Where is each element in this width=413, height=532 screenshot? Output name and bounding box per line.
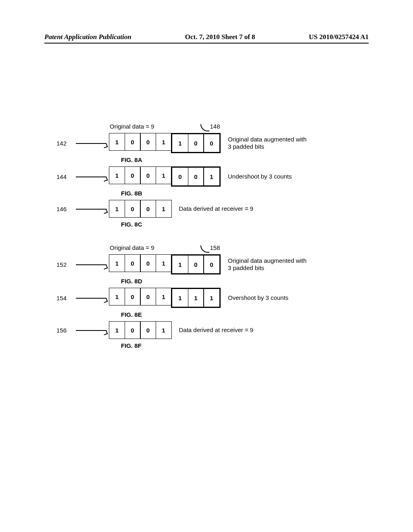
header-left: Patent Application Publication	[44, 33, 131, 41]
bit-cell: 1	[172, 256, 188, 273]
callout-arc-icon	[200, 124, 209, 131]
bit-row-8e: 1 0 0 1 1 1 1	[109, 288, 221, 308]
fig-8b-label: FIG. 8B	[121, 190, 363, 197]
bit-row-8b: 1 0 0 1 0 0 1	[109, 166, 221, 187]
bit-cell: 0	[140, 200, 156, 218]
fig-8b-row: 144 1 0 0 1 0 0 1 Undershoot by 3 counts	[56, 166, 363, 187]
bit-cell: 1	[172, 134, 188, 152]
bit-cell: 1	[156, 254, 172, 272]
header-right: US 2010/0257424 A1	[309, 33, 369, 41]
bit-cell: 1	[172, 289, 188, 307]
header-center: Oct. 7, 2010 Sheet 7 of 8	[185, 33, 255, 41]
fig-8a-row: 142 1 0 0 1 1 0 0 Original data augmente…	[56, 133, 363, 153]
bit-cell: 1	[109, 288, 125, 305]
bit-cell: 0	[125, 288, 141, 305]
original-data-label-1: Original data = 9	[110, 123, 154, 130]
bit-cell: 1	[109, 200, 125, 218]
bit-row-8c: 1 0 0 1	[109, 200, 172, 218]
fig-8d-desc: Original data augmented with 3 padded bi…	[228, 257, 309, 272]
fig-8f-label: FIG. 8F	[121, 342, 363, 349]
bit-cell: 1	[156, 166, 172, 184]
fig-8e-label: FIG. 8E	[121, 311, 363, 318]
bit-cell: 1	[188, 289, 204, 307]
callout-arc-icon	[200, 245, 209, 253]
fig-8d-label: FIG. 8D	[121, 278, 363, 285]
bit-cell: 0	[188, 256, 204, 273]
bit-cell: 1	[109, 166, 125, 184]
bit-cell: 1	[203, 289, 219, 307]
bit-row-8f: 1 0 0 1	[109, 321, 172, 339]
pointer-icon	[73, 139, 109, 147]
ref-142: 142	[56, 140, 73, 147]
bit-cell: 0	[172, 168, 188, 185]
bit-cell: 0	[125, 133, 141, 151]
bit-cell: 1	[109, 321, 125, 339]
bit-row-8d: 1 0 0 1 1 0 0	[109, 254, 221, 274]
fig-8e-row: 154 1 0 0 1 1 1 1 Overshoot by 3 counts	[56, 288, 363, 308]
pointer-icon	[73, 205, 109, 213]
bit-cell: 0	[125, 166, 141, 184]
ref-156: 156	[56, 327, 73, 334]
diagram-area: Original data = 9 148 142 1 0 0 1 1 0 0 …	[56, 121, 363, 349]
pointer-icon	[73, 326, 109, 334]
bit-cell: 0	[125, 254, 141, 272]
padded-bits-8b: 0 0 1	[171, 166, 221, 187]
bit-cell: 1	[156, 321, 172, 339]
callout-148: 148	[200, 121, 220, 131]
bit-cell: 0	[125, 321, 141, 339]
fig-8c-row: 146 1 0 0 1 Data derived at receiver = 9	[56, 200, 363, 218]
fig-8c-desc: Data derived at receiver = 9	[179, 205, 254, 212]
fig-8d-row: 152 1 0 0 1 1 0 0 Original data augmente…	[56, 254, 363, 274]
ref-146: 146	[56, 206, 73, 212]
bit-cell: 0	[140, 166, 156, 184]
padded-bits-8d: 1 0 0	[171, 254, 221, 274]
bit-cell: 0	[188, 168, 204, 185]
bit-cell: 1	[109, 254, 125, 272]
fig-8e-desc: Overshoot by 3 counts	[228, 294, 288, 301]
ref-144: 144	[56, 173, 73, 180]
bit-cell: 0	[203, 134, 219, 152]
fig-8b-desc: Undershoot by 3 counts	[228, 173, 292, 180]
fig-8c-label: FIG. 8C	[121, 221, 363, 228]
top-label-8d: Original data = 9 158	[110, 242, 363, 253]
page-header: Patent Application Publication Oct. 7, 2…	[0, 33, 413, 41]
callout-ref-158: 158	[210, 244, 220, 251]
original-data-label-2: Original data = 9	[110, 244, 154, 251]
padded-bits-8a: 1 0 0	[171, 133, 221, 153]
bit-cell: 1	[203, 168, 219, 185]
fig-8a-label: FIG. 8A	[121, 156, 363, 163]
bit-row-8a: 1 0 0 1 1 0 0	[109, 133, 221, 153]
pointer-icon	[73, 294, 109, 302]
bit-cell: 0	[188, 134, 204, 152]
ref-152: 152	[56, 261, 73, 268]
bit-cell: 0	[203, 256, 219, 273]
bit-cell: 1	[156, 288, 172, 305]
bit-cell: 1	[156, 200, 172, 218]
callout-ref-148: 148	[210, 123, 220, 130]
bit-cell: 1	[109, 133, 125, 151]
bit-cell: 0	[140, 288, 156, 305]
header-rule	[44, 43, 369, 44]
ref-154: 154	[56, 295, 73, 301]
fig-8f-desc: Data derived at receiver = 9	[179, 326, 254, 334]
callout-158: 158	[200, 242, 220, 253]
padded-bits-8e: 1 1 1	[171, 288, 221, 308]
pointer-icon	[73, 172, 109, 181]
bit-cell: 0	[140, 254, 156, 272]
fig-8f-row: 156 1 0 0 1 Data derived at receiver = 9	[56, 321, 363, 339]
pointer-icon	[73, 260, 109, 268]
bit-cell: 0	[140, 133, 156, 151]
bit-cell: 0	[140, 321, 156, 339]
top-label-8a: Original data = 9 148	[110, 121, 363, 131]
fig-8a-desc: Original data augmented with 3 padded bi…	[228, 136, 309, 150]
bit-cell: 0	[125, 200, 141, 218]
bit-cell: 1	[156, 133, 172, 151]
